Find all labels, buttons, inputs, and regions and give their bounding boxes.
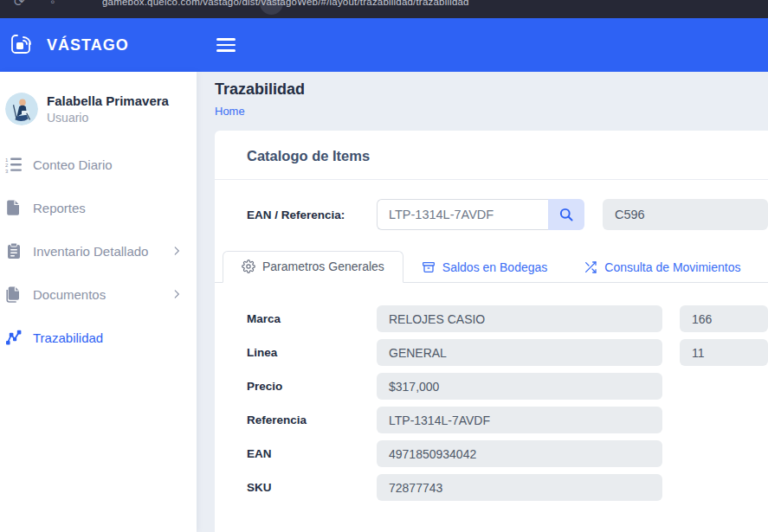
main-content: Trazabilidad Home Catalogo de Items EAN … <box>197 72 768 532</box>
sidebar-toggle-button[interactable] <box>213 35 239 55</box>
page-title: Trazabilidad <box>215 80 768 99</box>
shuffle-icon <box>584 260 597 274</box>
sidebar: Falabella Primavera Usuario 1 2 3 Conteo… <box>0 72 197 532</box>
field-label: EAN <box>247 447 377 460</box>
document-icon <box>5 199 23 216</box>
item-detail-form: Marca RELOJES CASIO 166 Linea GENERAL 11… <box>215 283 768 501</box>
ean-search-input[interactable] <box>377 199 548 230</box>
ean-search-label: EAN / Referencia: <box>247 208 377 221</box>
sidebar-item-conteo-diario[interactable]: 1 2 3 Conteo Diario <box>0 143 197 186</box>
field-label: SKU <box>247 481 377 494</box>
user-avatar <box>5 93 38 125</box>
field-value-precio[interactable]: $317,000 <box>377 373 662 400</box>
field-label: Linea <box>247 346 377 359</box>
tab-label: Saldos en Bodegas <box>442 260 547 274</box>
sidebar-item-label: Reportes <box>33 201 86 215</box>
chevron-right-icon <box>171 288 183 300</box>
chevron-right-icon <box>171 245 183 257</box>
catalog-card: Catalogo de Items EAN / Referencia: <box>215 131 768 532</box>
app-header: VÁSTAGO <box>0 18 768 72</box>
sidebar-nav: 1 2 3 Conteo Diario <box>0 143 197 359</box>
field-row-marca: Marca RELOJES CASIO 166 <box>247 305 768 332</box>
tab-label: Consulta de Movimientos <box>604 260 740 274</box>
sidebar-item-inventario-detallado[interactable]: Inventario Detallado <box>0 229 197 272</box>
field-row-referencia: Referencia LTP-1314L-7AVDF <box>247 407 768 433</box>
tab-parametros-generales[interactable]: Parametros Generales <box>223 251 403 283</box>
brand-title: VÁSTAGO <box>47 36 129 54</box>
field-value-referencia[interactable]: LTP-1314L-7AVDF <box>377 407 662 433</box>
field-value-marca[interactable]: RELOJES CASIO <box>377 305 662 332</box>
search-button[interactable] <box>548 199 584 230</box>
sidebar-item-label: Trazabilidad <box>33 330 103 345</box>
numbered-list-icon: 1 2 3 <box>5 156 23 173</box>
svg-text:2: 2 <box>5 163 9 168</box>
user-name: Falabella Primavera <box>47 93 169 110</box>
browser-url-text[interactable]: gamebox.quelco.com/vastago/dist/vastagoW… <box>102 0 469 7</box>
tab-bar: Parametros Generales Saldos en Bodegas <box>215 251 768 283</box>
sidebar-item-reportes[interactable]: Reportes <box>0 186 197 229</box>
ean-search-row: EAN / Referencia: C596 <box>215 199 768 230</box>
item-code-field[interactable]: C596 <box>603 199 768 230</box>
user-role: Usuario <box>47 111 169 125</box>
sidebar-item-label: Documentos <box>33 287 106 302</box>
card-header: Catalogo de Items <box>215 131 768 180</box>
tab-consulta-de-movimientos[interactable]: Consulta de Movimientos <box>565 253 758 283</box>
scan-logo-icon <box>9 31 36 59</box>
tab-label: Parametros Generales <box>262 260 384 273</box>
brand: VÁSTAGO <box>0 31 197 59</box>
trace-route-icon <box>5 329 23 346</box>
field-row-linea: Linea GENERAL 11 <box>247 339 768 366</box>
field-label: Precio <box>247 380 377 393</box>
field-code-linea[interactable]: 11 <box>680 339 768 366</box>
sidebar-item-label: Conteo Diario <box>33 157 113 172</box>
browser-back-icon[interactable]: ⟳ <box>14 0 25 10</box>
tab-saldos-en-bodegas[interactable]: Saldos en Bodegas <box>403 253 565 283</box>
search-icon <box>558 207 574 222</box>
field-value-sku[interactable]: 72877743 <box>377 474 662 501</box>
sidebar-item-label: Inventario Detallado <box>33 244 148 259</box>
field-code-marca[interactable]: 166 <box>680 305 768 332</box>
user-profile[interactable]: Falabella Primavera Usuario <box>0 72 197 143</box>
sidebar-item-documentos[interactable]: Documentos <box>0 272 197 316</box>
field-row-precio: Precio $317,000 <box>247 373 768 400</box>
svg-text:3: 3 <box>5 169 9 174</box>
card-title: Catalogo de Items <box>247 148 370 163</box>
svg-text:1: 1 <box>5 157 9 163</box>
field-value-linea[interactable]: GENERAL <box>377 339 662 366</box>
browser-extension-icon[interactable]: ◦ <box>50 0 55 9</box>
clipboard-icon <box>5 242 23 260</box>
breadcrumb-home-link[interactable]: Home <box>215 105 245 118</box>
field-row-sku: SKU 72877743 <box>247 474 768 501</box>
field-label: Referencia <box>247 413 377 426</box>
field-row-ean: EAN 4971850934042 <box>247 440 768 467</box>
browser-url-bar[interactable]: ⟳ ◦ gamebox.quelco.com/vastago/dist/vast… <box>0 0 768 18</box>
documents-icon <box>5 285 23 303</box>
gear-icon <box>242 260 255 273</box>
sidebar-item-trazabilidad[interactable]: Trazabilidad <box>0 316 197 359</box>
field-label: Marca <box>247 312 377 325</box>
field-value-ean[interactable]: 4971850934042 <box>377 440 662 467</box>
archive-icon <box>422 260 436 274</box>
